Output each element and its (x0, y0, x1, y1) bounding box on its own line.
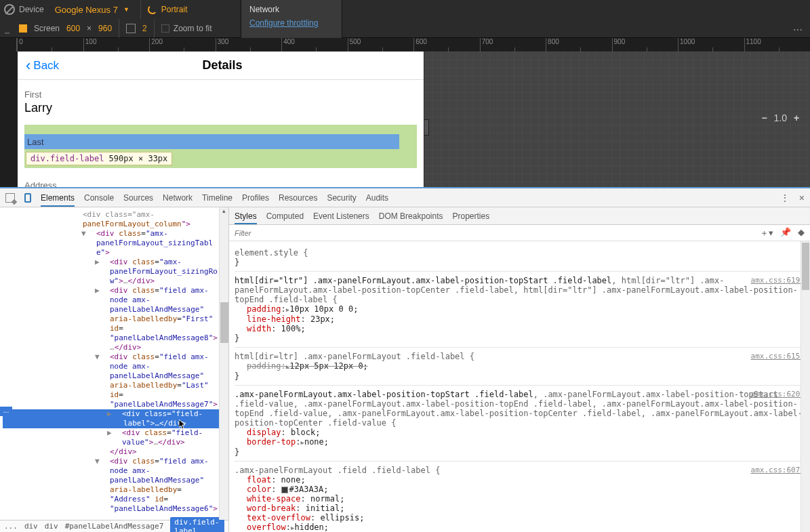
rule-source-link[interactable]: amx.css:6209 (751, 390, 805, 399)
screen-checkbox[interactable] (19, 24, 27, 33)
screen-label: Screen (34, 24, 60, 33)
ruler-tick: 1100 (744, 38, 810, 52)
form-body: First Larry Last div.field-label 590px ×… (18, 80, 424, 187)
ruler-tick: 300 (216, 38, 281, 52)
inspect-highlight-content: Last (24, 134, 399, 149)
dpr-icon[interactable] (126, 24, 136, 33)
dom-node-selected[interactable]: ▶<div class="field-label">…</div> (3, 409, 228, 428)
dom-tree-pane: ▴ <div class="amx- panelFormLayout_colum… (0, 207, 229, 532)
stab-dombp[interactable]: DOM Breakpoints (379, 208, 443, 224)
ruler-tick: 200 (149, 38, 215, 52)
new-style-rule-icon[interactable]: ＋▾ (760, 227, 773, 239)
tab-network[interactable]: Network (163, 189, 193, 207)
stab-listeners[interactable]: Event Listeners (313, 208, 369, 224)
scrollbar-thumb[interactable] (220, 302, 228, 343)
rule-source-link[interactable]: amx.css:6153 (751, 352, 805, 361)
ruler-tick: 800 (546, 38, 611, 52)
styles-pane: Styles Computed Event Listeners DOM Brea… (229, 207, 810, 532)
page-header: ‹Back Details (18, 52, 424, 80)
tab-elements[interactable]: Elements (41, 189, 75, 207)
rule-block[interactable]: amx.css:6195 html[dir="ltr"] .amx-panelF… (235, 272, 805, 348)
breadcrumb-item[interactable]: div (24, 522, 38, 531)
zoom-in-button[interactable]: + (791, 112, 802, 123)
device-toolbar: ⎯ Device Google Nexus 7 Portrait Screen … (0, 0, 810, 38)
toggle-state-icon[interactable]: ◆ (798, 227, 805, 239)
stab-props[interactable]: Properties (452, 208, 489, 224)
toolbar-more-icon[interactable]: ⋯ (793, 24, 803, 35)
rule-source-link[interactable]: amx.css:6195 (751, 276, 805, 285)
vertical-ruler (0, 52, 18, 187)
devtools-panel: Elements Console Sources Network Timelin… (0, 187, 810, 532)
tab-profiles[interactable]: Profiles (242, 189, 269, 207)
network-tab: Network Configure throttling (241, 0, 342, 38)
drawer-icon[interactable]: ⎯ (0, 24, 14, 35)
styles-filter-bar: ＋▾ 📌 ◆ (229, 225, 810, 241)
ruler-tick: 500 (348, 38, 413, 52)
rule-block[interactable]: amx.css:6209 .amx-panelFormLayout.amx-la… (235, 386, 805, 462)
toolbar-separator (119, 19, 119, 38)
throttling-link[interactable]: Configure throttling (249, 18, 333, 28)
device-select[interactable]: Google Nexus 7 (51, 3, 134, 16)
horizontal-ruler: 0 100 200 300 400 500 600 700 800 900 10… (0, 38, 810, 52)
tab-audits[interactable]: Audits (366, 189, 388, 207)
ruler-tick: 1000 (678, 38, 744, 52)
ruler-tick: 700 (480, 38, 546, 52)
scrollbar-track[interactable]: ▴ (219, 207, 228, 520)
toolbar-separator (140, 0, 141, 19)
styles-filter-input[interactable] (235, 229, 760, 237)
tab-sources[interactable]: Sources (123, 189, 153, 207)
color-swatch[interactable] (281, 487, 288, 493)
inspect-tooltip: div.field-label 590px × 33px (26, 152, 172, 165)
network-tab-label[interactable]: Network (249, 5, 333, 14)
breadcrumb-more[interactable]: ... (4, 522, 18, 531)
pin-icon[interactable]: 📌 (780, 227, 791, 239)
scrollbar-track[interactable] (801, 241, 810, 532)
dpr-value[interactable]: 2 (142, 24, 147, 33)
scrollbar-thumb[interactable] (802, 243, 809, 290)
screen-height[interactable]: 960 (98, 24, 112, 33)
breadcrumb-item-active[interactable]: div.field-label (170, 517, 224, 533)
page-title: Details (29, 58, 416, 73)
screen-width[interactable]: 600 (66, 24, 80, 33)
screen-x: × (87, 24, 92, 33)
field-label-address: Address (24, 180, 417, 187)
emulator-stage: ‹Back Details First Larry Last div.field… (0, 52, 810, 187)
rule-block[interactable]: amx.css:6153 html[dir=ltr] .amx-panelFor… (235, 348, 805, 386)
inspect-element-icon[interactable] (5, 193, 15, 203)
rule-element-style[interactable]: element.style { } (235, 244, 805, 272)
fit-checkbox[interactable] (161, 24, 169, 33)
rule-block[interactable]: amx.css:6070 .amx-panelFormLayout .field… (235, 462, 805, 532)
orientation-toggle[interactable]: Portrait (148, 5, 188, 14)
tab-console[interactable]: Console (84, 189, 114, 207)
scroll-up-icon[interactable]: ▴ (220, 207, 228, 217)
resize-handle[interactable] (424, 119, 429, 136)
inspect-highlight-margin: Last div.field-label 590px × 33px (24, 125, 417, 168)
ruler-tick: 900 (612, 38, 678, 52)
tab-resources[interactable]: Resources (279, 189, 317, 207)
rule-source-link[interactable]: amx.css:6070 (751, 466, 805, 475)
zoom-out-button[interactable]: − (759, 112, 770, 123)
device-viewport[interactable]: ‹Back Details First Larry Last div.field… (18, 52, 424, 187)
ruler-tick: 100 (83, 38, 149, 52)
dom-breadcrumbs: ... div div #panelLabelAndMessage7 div.f… (0, 520, 228, 532)
devtools-menu-icon[interactable]: ⋮ (780, 192, 790, 203)
devtools-close-icon[interactable]: × (799, 192, 805, 203)
stab-computed[interactable]: Computed (266, 208, 304, 224)
rotate-icon (148, 5, 157, 14)
breadcrumb-item[interactable]: div (45, 522, 58, 531)
field-label-last: Last (27, 137, 44, 147)
field-value-first: Larry (24, 101, 417, 115)
ruler-tick: 400 (281, 38, 347, 52)
no-emulate-icon[interactable] (4, 4, 15, 15)
styles-rules[interactable]: element.style { } amx.css:6195 html[dir=… (229, 241, 810, 532)
styles-tabbar: Styles Computed Event Listeners DOM Brea… (229, 207, 810, 225)
tab-timeline[interactable]: Timeline (202, 189, 232, 207)
dom-tree[interactable]: <div class="amx- panelFormLayout_column"… (0, 207, 228, 520)
ruler-tick: 0 (17, 38, 83, 52)
field-label-first: First (24, 89, 417, 100)
device-mode-icon[interactable] (24, 193, 31, 203)
breadcrumb-item[interactable]: #panelLabelAndMessage7 (65, 522, 164, 531)
zoom-to-fit[interactable]: Zoom to fit (161, 24, 212, 33)
stab-styles[interactable]: Styles (235, 208, 257, 224)
tab-security[interactable]: Security (327, 189, 356, 207)
